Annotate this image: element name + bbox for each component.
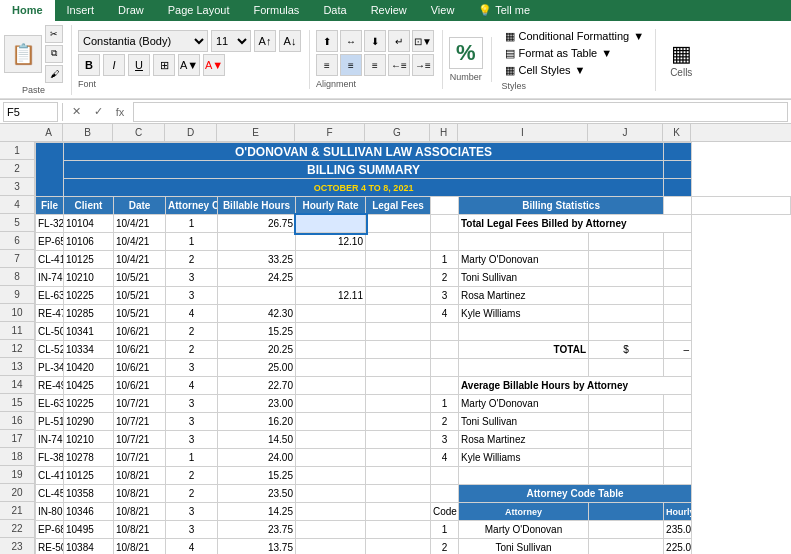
cell[interactable]: 3 [431,287,459,305]
cell[interactable] [366,539,431,555]
table-row[interactable]: FL-3851027810/7/21124.004Kyle Williams [36,449,791,467]
cell[interactable]: 10/6/21 [114,377,166,395]
cell[interactable]: 10425 [64,377,114,395]
cell[interactable] [589,431,664,449]
cell[interactable] [664,395,692,413]
cell[interactable]: – [664,341,692,359]
cell[interactable]: 10495 [64,521,114,539]
table-row[interactable]: EL-6321022510/5/21312.113Rosa Martinez [36,287,791,305]
cell[interactable] [366,503,431,521]
cell[interactable] [296,449,366,467]
cell[interactable] [36,143,64,197]
cell[interactable] [589,449,664,467]
cell[interactable] [366,287,431,305]
cell[interactable]: EL-632 [36,395,64,413]
cell[interactable] [431,215,459,233]
cell[interactable] [664,359,692,377]
bold-button[interactable]: B [78,54,100,76]
cell[interactable]: CL-412 [36,467,64,485]
cell[interactable]: Toni Sullivan [459,539,589,555]
cell[interactable] [664,161,692,179]
cell[interactable]: CL-412 [36,251,64,269]
tab-formulas[interactable]: Formulas [242,0,312,21]
cell[interactable] [431,485,459,503]
cell[interactable]: 1 [431,521,459,539]
cell[interactable] [366,269,431,287]
cell[interactable]: 3 [166,521,218,539]
cell[interactable] [589,359,664,377]
cell[interactable]: 10106 [64,233,114,251]
table-row[interactable]: IN-8011034610/8/21314.25CodeAttorneyHour… [36,503,791,521]
format-as-table-button[interactable]: ▤ Format as Table ▼ [502,46,648,61]
cell[interactable]: 10/8/21 [114,539,166,555]
cell[interactable] [664,233,692,251]
cell[interactable]: 10278 [64,449,114,467]
cell[interactable] [664,269,692,287]
cell[interactable]: Attorney Code [166,197,218,215]
tab-home[interactable]: Home [0,0,55,21]
cell[interactable]: 10/6/21 [114,341,166,359]
cell[interactable]: BILLING SUMMARY [64,161,664,179]
cell[interactable] [296,539,366,555]
cell[interactable]: 4 [166,377,218,395]
cell[interactable]: CL-501 [36,323,64,341]
cell[interactable]: 15.25 [218,467,296,485]
cell[interactable] [366,485,431,503]
cell[interactable]: EL-632 [36,287,64,305]
align-left-button[interactable]: ≡ [316,54,338,76]
cell[interactable]: 10125 [64,251,114,269]
format-painter-button[interactable]: 🖌 [45,65,63,83]
cell[interactable]: 2 [431,269,459,287]
cell[interactable]: 3 [166,431,218,449]
table-row[interactable]: IN-7451021010/7/21314.503Rosa Martinez [36,431,791,449]
cell[interactable] [589,467,664,485]
align-right-button[interactable]: ≡ [364,54,386,76]
cell[interactable]: 10/6/21 [114,323,166,341]
table-row[interactable]: OCTOBER 4 TO 8, 2021 [36,179,791,197]
cell[interactable]: Legal Fees [366,197,431,215]
decrease-font-button[interactable]: A↓ [279,30,301,52]
cell[interactable]: Marty O'Donovan [459,521,589,539]
cell[interactable]: 12.10 [296,233,366,251]
cell[interactable]: 10341 [64,323,114,341]
cell[interactable] [459,323,589,341]
cell[interactable]: File [36,197,64,215]
copy-button[interactable]: ⧉ [45,45,63,63]
increase-indent-button[interactable]: →≡ [412,54,434,76]
table-row[interactable]: RE-5011038410/8/21413.752Toni Sullivan22… [36,539,791,555]
cell[interactable]: Rosa Martinez [459,431,589,449]
cell[interactable]: 1 [431,395,459,413]
cell[interactable] [296,323,366,341]
align-middle-button[interactable]: ↔ [340,30,362,52]
cell[interactable]: 10225 [64,287,114,305]
cell[interactable] [296,305,366,323]
cell[interactable] [366,521,431,539]
cell[interactable] [366,467,431,485]
cell[interactable]: OCTOBER 4 TO 8, 2021 [64,179,664,197]
cell[interactable]: 42.30 [218,305,296,323]
cell[interactable] [589,251,664,269]
cell[interactable]: 24.00 [218,449,296,467]
cell[interactable]: Billing Statistics [459,197,664,215]
cell[interactable] [664,305,692,323]
underline-button[interactable]: U [128,54,150,76]
cell[interactable] [664,179,692,197]
cell[interactable] [589,287,664,305]
cell[interactable] [366,305,431,323]
cell[interactable]: 2 [166,251,218,269]
cell[interactable]: Toni Sullivan [459,413,589,431]
confirm-button[interactable]: ✓ [89,103,107,121]
cell[interactable]: 1 [166,215,218,233]
wrap-text-button[interactable]: ↵ [388,30,410,52]
name-box[interactable] [3,102,58,122]
cell[interactable]: 13.75 [218,539,296,555]
table-row[interactable]: RE-4921042510/6/21422.70Average Billable… [36,377,791,395]
cell[interactable]: 14.25 [218,503,296,521]
cell[interactable]: IN-745 [36,269,64,287]
cell[interactable] [296,269,366,287]
table-row[interactable]: FileClientDateAttorney CodeBillable Hour… [36,197,791,215]
cell[interactable] [296,251,366,269]
cell[interactable]: 225.00 [664,539,692,555]
cell[interactable] [366,251,431,269]
cell[interactable] [664,287,692,305]
